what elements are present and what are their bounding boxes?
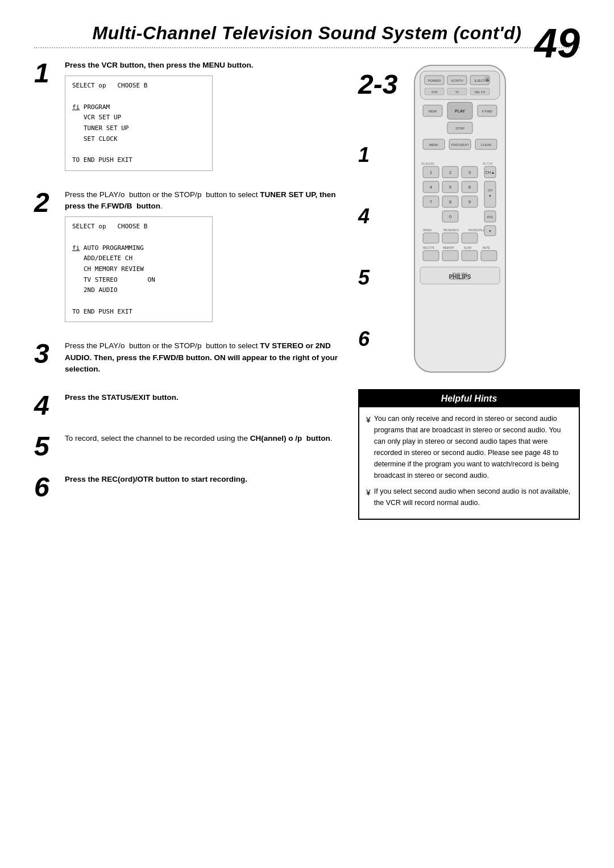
svg-text:0: 0 xyxy=(449,214,452,219)
helpful-hints-body: ¥ You can only receive and record in ste… xyxy=(359,407,579,519)
step-2-text: Press the PLAY/o button or the STOP/p bu… xyxy=(65,189,341,212)
step-2-content: Press the PLAY/o button or the STOP/p bu… xyxy=(65,189,341,327)
hint-bullet-1: ¥ xyxy=(366,414,371,481)
screen-box-2: SELECT op CHOOSE B fi AUTO PROGRAMMING A… xyxy=(65,216,213,322)
svg-text:F.FWD: F.FWD xyxy=(482,110,493,113)
remote-step-5: 5 xyxy=(358,268,397,288)
svg-text:TIM SEARCH: TIM SEARCH xyxy=(443,229,459,232)
svg-text:SPEED: SPEED xyxy=(423,229,432,232)
step-number-1: 1 xyxy=(34,60,57,87)
svg-text:▼: ▼ xyxy=(488,229,492,233)
svg-text:STOP: STOP xyxy=(455,127,464,130)
remote-step-1: 1 xyxy=(358,145,397,165)
step-number-2: 2 xyxy=(34,189,57,216)
svg-text:3: 3 xyxy=(468,170,471,175)
step-number-4: 4 xyxy=(34,392,57,419)
svg-text:VCR: VCR xyxy=(432,90,438,94)
svg-text:MAGNAVOX: MAGNAVOX xyxy=(450,277,470,281)
svg-text:MEMORY: MEMORY xyxy=(443,247,454,249)
step-4-content: Press the STATUS/EXIT button. xyxy=(65,392,341,407)
svg-text:REC/CTR: REC/CTR xyxy=(423,247,435,249)
svg-text:1: 1 xyxy=(430,170,433,175)
svg-text:ALT CH: ALT CH xyxy=(483,162,493,165)
svg-text:REW: REW xyxy=(429,110,437,113)
svg-text:VCR/TV: VCR/TV xyxy=(451,79,463,82)
remote-step-23: 2-3 xyxy=(358,71,397,98)
svg-text:2: 2 xyxy=(449,170,452,175)
svg-rect-64 xyxy=(462,233,478,243)
step-1-content: Press the VCR button, then press the MEN… xyxy=(65,60,341,176)
step-number-3: 3 xyxy=(34,340,57,368)
step-3: 3 Press the PLAY/o button or the STOP/p … xyxy=(34,340,341,378)
svg-rect-73 xyxy=(462,251,478,261)
svg-text:POWER: POWER xyxy=(428,79,441,82)
svg-text:STATUS/EXIT: STATUS/EXIT xyxy=(451,143,469,147)
hint-item-1: ¥ You can only receive and record in ste… xyxy=(366,413,572,481)
svg-text:7: 7 xyxy=(430,199,433,205)
step-5-text: To record, select the channel to be reco… xyxy=(65,433,341,444)
svg-text:CH▲: CH▲ xyxy=(486,170,495,174)
step-5-content: To record, select the channel to be reco… xyxy=(65,433,341,448)
step-1: 1 Press the VCR button, then press the M… xyxy=(34,60,341,176)
page-number: 49 xyxy=(534,23,580,64)
svg-text:8: 8 xyxy=(449,199,452,205)
svg-text:⏏: ⏏ xyxy=(486,78,489,82)
svg-text:SCALE/ID: SCALE/ID xyxy=(421,162,434,165)
svg-text:9: 9 xyxy=(468,199,471,205)
svg-text:PAUSE/STILL: PAUSE/STILL xyxy=(468,229,485,232)
svg-text:▼: ▼ xyxy=(488,194,492,198)
svg-text:EJECT: EJECT xyxy=(475,79,486,82)
svg-text:CH: CH xyxy=(488,189,492,192)
step-1-text: Press the VCR button, then press the MEN… xyxy=(65,60,341,71)
step-4-text: Press the STATUS/EXIT button. xyxy=(65,392,341,403)
step-3-text: Press the PLAY/o button or the STOP/p bu… xyxy=(65,340,341,375)
svg-rect-63 xyxy=(442,233,458,243)
remote-control: POWER VCR/TV EJECT ⏏ VCR xyxy=(403,60,517,378)
svg-text:VOL: VOL xyxy=(487,215,494,219)
svg-text:6: 6 xyxy=(468,185,471,190)
hint-text-1: You can only receive and record in stere… xyxy=(374,413,572,481)
svg-text:SLOW: SLOW xyxy=(464,247,472,249)
svg-text:DEL CH: DEL CH xyxy=(475,90,486,94)
svg-text:MUTE: MUTE xyxy=(483,247,490,249)
svg-text:4: 4 xyxy=(430,185,433,190)
hint-bullet-2: ¥ xyxy=(366,486,371,508)
svg-rect-62 xyxy=(423,233,439,243)
svg-text:MENU: MENU xyxy=(429,143,438,147)
step-number-5: 5 xyxy=(34,433,57,460)
step-2: 2 Press the PLAY/o button or the STOP/p … xyxy=(34,189,341,327)
helpful-hints-title: Helpful Hints xyxy=(359,390,579,407)
step-4: 4 Press the STATUS/EXIT button. xyxy=(34,392,341,419)
hint-text-2: If you select second audio when second a… xyxy=(374,486,572,508)
page-title: Multi-Channel Television Sound System (c… xyxy=(34,23,580,44)
svg-text:TV: TV xyxy=(455,90,459,94)
svg-text:PLAY: PLAY xyxy=(455,109,465,113)
svg-text:CLEAR: CLEAR xyxy=(481,143,491,147)
remote-step-6: 6 xyxy=(358,329,397,349)
step-number-6: 6 xyxy=(34,474,57,501)
step-5: 5 To record, select the channel to be re… xyxy=(34,433,341,460)
svg-rect-72 xyxy=(442,251,458,261)
svg-rect-71 xyxy=(423,251,439,261)
helpful-hints-box: Helpful Hints ¥ You can only receive and… xyxy=(358,389,580,520)
step-6: 6 Press the REC(ord)/OTR button to start… xyxy=(34,474,341,501)
remote-step-4: 4 xyxy=(358,206,397,227)
step-3-content: Press the PLAY/o button or the STOP/p bu… xyxy=(65,340,341,378)
screen-box-1: SELECT op CHOOSE B fi PROGRAM VCR SET UP… xyxy=(65,76,213,171)
divider xyxy=(34,47,580,48)
hint-item-2: ¥ If you select second audio when second… xyxy=(366,486,572,508)
svg-text:PHILIPS: PHILIPS xyxy=(453,272,468,276)
step-6-text: Press the REC(ord)/OTR button to start r… xyxy=(65,474,341,485)
svg-text:5: 5 xyxy=(449,185,452,190)
svg-rect-74 xyxy=(481,251,497,261)
step-6-content: Press the REC(ord)/OTR button to start r… xyxy=(65,474,341,489)
